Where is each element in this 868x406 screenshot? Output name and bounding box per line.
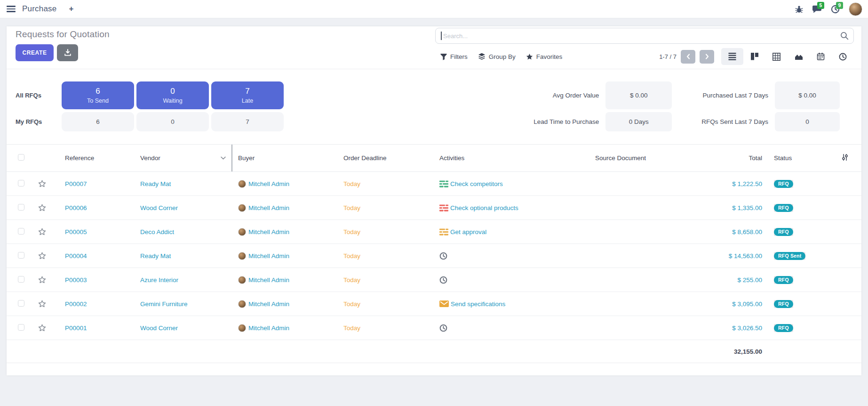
header-total[interactable]: Total [678,154,763,162]
header-status[interactable]: Status [772,154,817,162]
reference-link[interactable]: P00002 [65,300,87,308]
pager-next-button[interactable] [700,50,714,64]
favorite-star-icon[interactable] [38,228,51,235]
row-checkbox[interactable] [18,276,24,283]
row-checkbox[interactable] [18,180,24,187]
reference-link[interactable]: P00003 [65,276,87,284]
favorite-star-icon[interactable] [38,300,51,308]
buyer-link[interactable]: Mitchell Admin [248,300,289,308]
search-icon[interactable] [840,32,849,42]
activity-cell[interactable]: Check optional products [434,204,589,211]
favorite-star-icon[interactable] [38,276,51,284]
counter-cell[interactable]: 0Waiting [136,81,209,109]
row-checkbox[interactable] [18,204,24,211]
counter-cell[interactable]: 7 [211,112,284,131]
vendor-link[interactable]: Deco Addict [140,228,174,235]
search-input[interactable] [435,28,854,44]
vendor-link[interactable]: Gemini Furniture [140,300,188,308]
row-checkbox[interactable] [18,300,24,307]
header-vendor[interactable]: Vendor [138,145,232,171]
export-download-button[interactable] [57,44,78,61]
app-title[interactable]: Purchase [22,4,56,14]
counter-row-label[interactable]: All RFQs [16,81,59,109]
activity-label[interactable]: Send specifications [451,300,505,308]
counter-cell[interactable]: 6To Send [62,81,134,109]
activity-tasks-icon [439,204,448,211]
rfq-table: Reference Vendor Buyer Order Deadline Ac… [7,144,861,363]
vendor-link[interactable]: Ready Mat [140,180,171,187]
counter-cell[interactable]: 6 [62,112,134,131]
favorite-star-icon[interactable] [38,180,51,187]
messages-icon[interactable]: 5 [812,5,822,14]
filters-button[interactable]: Filters [440,53,468,60]
table-row[interactable]: P00007 Ready Mat Mitchell Admin Today Ch… [7,172,861,196]
reference-link[interactable]: P00007 [65,180,87,187]
table-row[interactable]: P00002 Gemini Furniture Mitchell Admin T… [7,292,861,316]
order-deadline-value: Today [343,300,360,308]
table-row[interactable]: P00006 Wood Corner Mitchell Admin Today … [7,196,861,220]
row-checkbox[interactable] [18,228,24,235]
optional-columns-icon[interactable] [841,154,849,161]
vendor-link[interactable]: Wood Corner [140,204,178,211]
buyer-link[interactable]: Mitchell Admin [248,228,289,235]
activities-clock-icon[interactable]: 9 [831,5,840,14]
counter-cell[interactable]: 7Late [211,81,284,109]
counter-cell[interactable]: 0 [136,112,209,131]
activity-clock-icon [439,324,447,332]
activity-label[interactable]: Get approval [450,228,486,235]
favorite-star-icon[interactable] [38,252,51,260]
vendor-link[interactable]: Wood Corner [140,325,178,332]
activity-cell[interactable]: Check competitors [434,180,589,187]
group-by-button[interactable]: Group By [478,53,516,60]
favorite-star-icon[interactable] [38,324,51,332]
vendor-link[interactable]: Azure Interior [140,276,178,284]
buyer-link[interactable]: Mitchell Admin [248,180,289,187]
pivot-view-button[interactable] [765,48,788,65]
activity-label[interactable]: Check competitors [450,180,503,187]
vendor-link[interactable]: Ready Mat [140,252,171,260]
buyer-link[interactable]: Mitchell Admin [248,276,289,284]
reference-link[interactable]: P00006 [65,204,87,211]
row-checkbox[interactable] [18,324,24,331]
activity-cell[interactable] [434,276,589,284]
select-all-checkbox[interactable] [18,154,24,161]
download-icon [64,49,72,57]
buyer-link[interactable]: Mitchell Admin [248,204,289,211]
buyer-link[interactable]: Mitchell Admin [248,325,289,332]
pager-previous-button[interactable] [681,50,695,64]
row-checkbox[interactable] [18,252,24,259]
kanban-view-button[interactable] [743,48,765,65]
table-row[interactable]: P00003 Azure Interior Mitchell Admin Tod… [7,268,861,292]
reference-link[interactable]: P00001 [65,325,87,332]
counter-row-label[interactable]: My RFQs [16,112,59,131]
activity-cell[interactable] [434,324,589,332]
table-row[interactable]: P00005 Deco Addict Mitchell Admin Today … [7,220,861,244]
new-tab-plus-icon[interactable]: + [69,4,73,14]
debug-bug-icon[interactable] [795,5,803,13]
activity-cell[interactable] [434,252,589,260]
view-switcher [721,48,854,65]
table-row[interactable]: P00001 Wood Corner Mitchell Admin Today … [7,316,861,340]
header-source-document[interactable]: Source Document [589,154,678,162]
header-reference[interactable]: Reference [51,154,138,162]
activity-cell[interactable]: Get approval [434,228,589,235]
table-row[interactable]: P00004 Ready Mat Mitchell Admin Today $ … [7,244,861,268]
list-view-button[interactable] [721,48,743,65]
reference-link[interactable]: P00005 [65,228,87,235]
reference-link[interactable]: P00004 [65,252,87,260]
header-buyer[interactable]: Buyer [232,154,338,162]
buyer-link[interactable]: Mitchell Admin [248,252,289,260]
header-activities[interactable]: Activities [434,154,589,162]
graph-view-button[interactable] [788,48,810,65]
create-button[interactable]: CREATE [16,44,54,61]
calendar-view-button[interactable] [810,48,832,65]
activity-cell[interactable]: Send specifications [434,300,589,308]
header-order-deadline[interactable]: Order Deadline [338,154,434,162]
user-avatar[interactable] [849,2,862,16]
apps-menu-icon[interactable] [7,6,16,12]
pivot-view-icon [772,53,780,61]
activity-label[interactable]: Check optional products [450,204,518,211]
activity-view-button[interactable] [832,48,854,65]
favorite-star-icon[interactable] [38,204,51,211]
favorites-button[interactable]: Favorites [526,53,563,60]
